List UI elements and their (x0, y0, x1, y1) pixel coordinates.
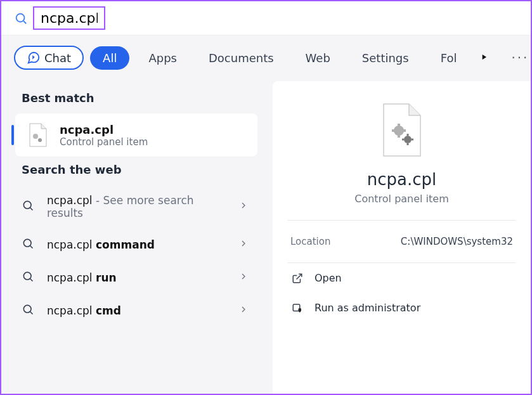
bing-chat-icon (27, 51, 41, 65)
svg-rect-21 (412, 139, 413, 141)
filter-documents[interactable]: Documents (196, 46, 287, 70)
svg-rect-20 (402, 139, 404, 141)
run-as-admin-label: Run as administrator (315, 302, 420, 314)
more-options-icon[interactable]: ··· (505, 50, 532, 65)
results-pane: Best match ncpa.cpl Control panel item S… (1, 79, 268, 395)
svg-point-2 (33, 134, 38, 139)
search-icon (14, 11, 28, 25)
svg-point-17 (404, 136, 412, 143)
svg-rect-18 (406, 134, 408, 136)
svg-point-6 (23, 239, 31, 247)
search-icon (22, 270, 37, 285)
svg-point-3 (38, 138, 42, 142)
detail-title: ncpa.cpl (290, 170, 513, 189)
content-area: Best match ncpa.cpl Control panel item S… (1, 79, 531, 395)
web-result[interactable]: ncpa.cpl cmd (15, 294, 257, 327)
svg-line-22 (297, 274, 302, 279)
search-web-heading: Search the web (15, 157, 257, 185)
filter-settings[interactable]: Settings (349, 46, 422, 70)
svg-line-11 (30, 312, 33, 314)
location-value: C:\WINDOWS\system32 (401, 236, 513, 247)
search-icon (22, 199, 37, 214)
svg-line-5 (30, 208, 33, 210)
search-icon (22, 303, 37, 318)
best-match-result[interactable]: ncpa.cpl Control panel item (15, 113, 257, 157)
detail-icon (290, 96, 513, 170)
best-match-title: ncpa.cpl (60, 123, 148, 136)
web-result-text: ncpa.cpl - See more search results (47, 194, 228, 219)
open-label: Open (315, 272, 342, 284)
search-icon (22, 237, 37, 252)
web-result-text: ncpa.cpl run (47, 271, 228, 284)
filter-web[interactable]: Web (293, 46, 343, 70)
detail-pane: ncpa.cpl Control panel item Location C:\… (273, 81, 531, 395)
search-input-highlight (33, 6, 105, 30)
best-match-text: ncpa.cpl Control panel item (60, 123, 148, 148)
chat-pill[interactable]: Chat (14, 46, 84, 70)
filter-apps[interactable]: Apps (136, 46, 190, 70)
svg-line-9 (30, 279, 33, 282)
svg-point-10 (23, 305, 31, 313)
chevron-right-icon (238, 200, 251, 213)
web-result-text: ncpa.cpl command (47, 238, 228, 251)
svg-point-0 (16, 13, 25, 22)
open-icon (290, 273, 304, 284)
filter-scroll-right-icon[interactable] (476, 52, 492, 64)
web-result[interactable]: ncpa.cpl run (15, 261, 257, 294)
svg-rect-16 (403, 129, 406, 132)
svg-rect-14 (398, 135, 400, 138)
filter-row: Chat All Apps Documents Web Settings Fol… (1, 36, 531, 79)
chat-label: Chat (44, 51, 71, 65)
web-result[interactable]: ncpa.cpl - See more search results (15, 185, 257, 228)
svg-point-8 (23, 272, 31, 280)
chevron-right-icon (238, 238, 251, 251)
search-input[interactable] (41, 10, 98, 26)
svg-line-1 (23, 21, 26, 23)
detail-subtitle: Control panel item (290, 193, 513, 205)
web-result[interactable]: ncpa.cpl command (15, 228, 257, 261)
location-label: Location (290, 236, 330, 247)
chevron-right-icon (238, 271, 251, 284)
filter-all[interactable]: All (90, 46, 129, 70)
best-match-heading: Best match (15, 85, 257, 113)
svg-point-12 (394, 126, 404, 136)
best-match-subtitle: Control panel item (60, 136, 148, 148)
search-bar (1, 1, 531, 36)
location-row: Location C:\WINDOWS\system32 (290, 221, 513, 262)
admin-shield-icon (290, 302, 304, 314)
svg-point-4 (23, 201, 31, 209)
web-result-text: ncpa.cpl cmd (47, 304, 228, 317)
svg-rect-19 (406, 143, 408, 145)
run-as-admin-action[interactable]: Run as administrator (290, 293, 513, 323)
chevron-right-icon (238, 304, 251, 317)
filter-folders-truncated[interactable]: Fol (428, 46, 470, 70)
svg-rect-13 (398, 124, 400, 126)
svg-line-7 (30, 246, 33, 249)
open-action[interactable]: Open (290, 263, 513, 293)
svg-rect-15 (392, 129, 394, 132)
cpl-file-icon (25, 122, 51, 148)
